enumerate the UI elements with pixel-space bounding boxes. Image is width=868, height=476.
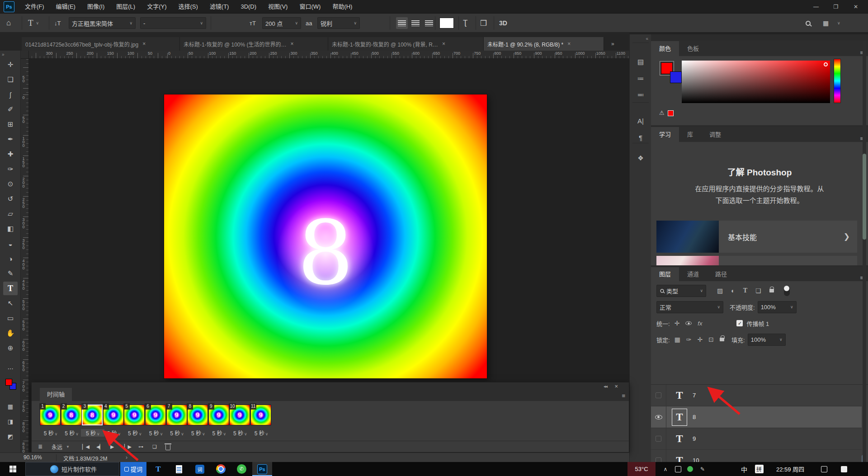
- layer-row-7[interactable]: T7: [651, 385, 862, 406]
- lock-pixels-icon[interactable]: ✑: [686, 336, 692, 343]
- frame-duration-select[interactable]: 5 秒∨: [144, 429, 168, 437]
- tab-close-icon[interactable]: ×: [567, 41, 571, 47]
- toolbar-expand-icon[interactable]: »: [2, 52, 4, 57]
- type-tool-icon[interactable]: T: [28, 18, 33, 28]
- dodge-tool[interactable]: ◑: [3, 252, 18, 265]
- timeline-close-icon[interactable]: ×: [614, 383, 618, 390]
- quick-mask-icon[interactable]: ◨: [3, 415, 18, 428]
- anti-alias-select[interactable]: 锐利∨: [317, 17, 360, 29]
- lasso-tool[interactable]: ʃ: [3, 88, 18, 101]
- unify-effects-icon[interactable]: fx: [698, 320, 702, 327]
- menu-item-10[interactable]: 帮助(H): [326, 0, 358, 14]
- convert-timeline-icon[interactable]: ≣: [38, 441, 42, 452]
- layer-name[interactable]: 8: [693, 414, 696, 420]
- tray-expand-icon[interactable]: ∧: [661, 462, 670, 476]
- workspace-chevron-icon[interactable]: ∨: [837, 21, 840, 25]
- fill-select[interactable]: 100%∨: [748, 334, 786, 346]
- frame-duration-select[interactable]: 5 秒∨: [228, 429, 252, 437]
- loop-select[interactable]: 永远▼: [52, 441, 70, 452]
- pen-tool[interactable]: ✎: [3, 267, 18, 280]
- marquee-tool[interactable]: ❏: [3, 73, 18, 86]
- frame-duration-select[interactable]: 5 秒∨: [123, 429, 146, 437]
- type-tool[interactable]: T: [3, 282, 18, 295]
- home-icon[interactable]: ⌂: [6, 19, 11, 28]
- status-chevron-icon[interactable]: ›: [126, 454, 127, 461]
- history-brush-tool[interactable]: ↺: [3, 192, 18, 206]
- eraser-tool[interactable]: ▱: [3, 207, 18, 221]
- tab-close-icon[interactable]: ×: [142, 41, 146, 47]
- search-icon[interactable]: [806, 21, 811, 26]
- layer-row-9[interactable]: T9: [651, 428, 862, 450]
- brush-tool[interactable]: ✑: [3, 162, 18, 176]
- layer-name[interactable]: 9: [693, 435, 696, 442]
- unify-position-icon[interactable]: ✛: [675, 320, 680, 327]
- layer-name[interactable]: 7: [693, 392, 696, 399]
- tab-learn[interactable]: 学习: [651, 127, 679, 142]
- tab-adjustments[interactable]: 调整: [701, 127, 729, 142]
- menu-item-2[interactable]: 图像(I): [81, 0, 110, 14]
- ime-language-indicator[interactable]: 中: [740, 462, 749, 476]
- clone-stamp-tool[interactable]: ⊙: [3, 177, 18, 191]
- tab-channels[interactable]: 通道: [679, 267, 707, 282]
- tray-green-icon[interactable]: [685, 462, 694, 476]
- tab-libraries[interactable]: 库: [679, 127, 701, 142]
- tray-pen-icon[interactable]: ✎: [698, 462, 707, 476]
- crop-tool[interactable]: ⊞: [3, 118, 18, 131]
- healing-brush-tool[interactable]: ✚: [3, 147, 18, 161]
- background-color-swatch[interactable]: [670, 71, 682, 83]
- taskbar-app-chrome[interactable]: [211, 462, 231, 476]
- filter-image-icon[interactable]: ▨: [717, 287, 723, 294]
- align-right-button[interactable]: [423, 17, 435, 29]
- menu-item-5[interactable]: 选择(S): [172, 0, 203, 14]
- lock-all-icon[interactable]: [720, 338, 724, 341]
- minimize-button[interactable]: —: [812, 4, 820, 10]
- workspace-icon[interactable]: ▦: [823, 19, 829, 27]
- frame-duration-select[interactable]: 5 秒∨: [60, 429, 84, 437]
- layer-row-8[interactable]: T8: [651, 406, 862, 428]
- brush-settings-panel-icon[interactable]: ≔: [633, 72, 648, 85]
- tween-button[interactable]: ⊶: [138, 441, 143, 452]
- gradient-tool[interactable]: ◧: [3, 222, 18, 236]
- filter-adjustment-icon[interactable]: ◐: [731, 287, 735, 294]
- screen-mode-icon[interactable]: ◩: [3, 429, 18, 443]
- layer-filter-select[interactable]: 类型∨: [656, 285, 706, 297]
- frame-duration-select[interactable]: 5 秒∨: [186, 429, 210, 437]
- 3d-button[interactable]: 3D: [499, 19, 507, 27]
- taskbar-app-phone[interactable]: ✆: [231, 462, 251, 476]
- dock-collapse-icon[interactable]: «: [646, 36, 648, 41]
- frame-duration-select[interactable]: 5 秒∨: [81, 429, 104, 437]
- swatches-panel-icon[interactable]: ▤: [633, 55, 648, 69]
- tray-app-icon[interactable]: [674, 462, 683, 476]
- layer-visibility-icon[interactable]: [651, 406, 666, 428]
- move-tool[interactable]: ✛: [3, 58, 18, 71]
- timeline-menu-icon[interactable]: ≡: [622, 392, 625, 399]
- unify-visibility-icon[interactable]: [686, 321, 692, 325]
- delete-frame-icon[interactable]: [165, 445, 170, 450]
- tab-layers[interactable]: 图层: [651, 267, 679, 282]
- tab-paths[interactable]: 路径: [707, 267, 735, 282]
- frame-duration-select[interactable]: 5 秒∨: [39, 429, 62, 437]
- document-tab-1[interactable]: 未标题-1-恢复的 @ 100% (生活的世界的…×: [180, 37, 328, 51]
- tab-color[interactable]: 颜色: [651, 41, 679, 57]
- tool-preset-chevron-icon[interactable]: ∨: [36, 21, 39, 25]
- document-tab-0[interactable]: 01421d814725e3cc667be8_tplv-obj-恢复的.jpg×: [22, 37, 180, 51]
- close-button[interactable]: ✕: [852, 4, 860, 10]
- panel-scrollbar[interactable]: [863, 41, 866, 462]
- duplicate-frame-button[interactable]: ❏: [152, 441, 156, 452]
- blur-tool[interactable]: ◒: [3, 237, 18, 250]
- edit-toolbar-icon[interactable]: ⋯: [3, 362, 18, 375]
- propagate-checkbox[interactable]: ✓: [736, 320, 743, 326]
- menu-item-3[interactable]: 图层(L): [110, 0, 141, 14]
- layer-thumbnail[interactable]: T: [672, 387, 687, 404]
- color-selector-ring[interactable]: [824, 62, 828, 66]
- eyedropper-tool[interactable]: ✒: [3, 132, 18, 146]
- filter-toggle[interactable]: [784, 286, 790, 296]
- path-selection-tool[interactable]: ↖: [3, 297, 18, 310]
- taskbar-search[interactable]: 短片制作软件: [25, 462, 119, 476]
- frame-duration-select[interactable]: 5 秒∨: [102, 429, 126, 437]
- tab-close-icon[interactable]: ×: [291, 41, 294, 47]
- play-button[interactable]: ▶: [110, 441, 113, 452]
- align-center-button[interactable]: [410, 17, 421, 29]
- restore-button[interactable]: ❐: [832, 4, 840, 10]
- text-orientation-icon[interactable]: ↓T: [54, 20, 61, 27]
